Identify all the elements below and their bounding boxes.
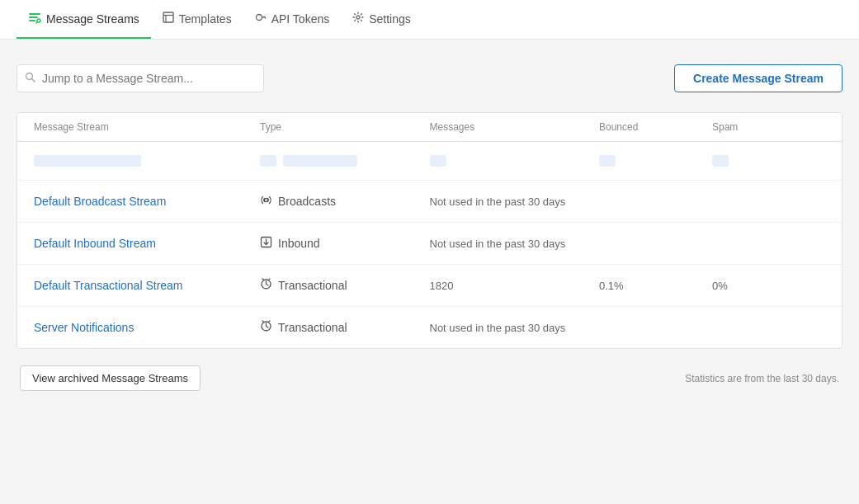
col-header-spam: Spam — [712, 121, 825, 133]
svg-point-4 — [256, 15, 262, 21]
nav-item-api-tokens-label: API Tokens — [271, 12, 330, 26]
blurred-type — [260, 155, 430, 167]
main-content: Create Message Stream Message Stream Typ… — [0, 40, 859, 504]
server-notifications-messages: Not used in the past 30 days — [430, 322, 826, 334]
blurred-bounced — [599, 155, 712, 167]
templates-icon — [163, 12, 174, 26]
view-archived-button[interactable]: View archived Message Streams — [20, 365, 201, 391]
svg-rect-1 — [163, 12, 173, 22]
transactional-messages: 1820 — [430, 280, 600, 292]
col-header-stream: Message Stream — [34, 121, 260, 133]
type-cell-server-notifications: Transactional — [260, 320, 430, 335]
type-label-transactional: Transactional — [278, 279, 347, 292]
stream-link-broadcast[interactable]: Default Broadcast Stream — [34, 195, 166, 208]
type-label-server-notifications: Transactional — [278, 321, 347, 334]
type-cell-inbound: Inbound — [260, 236, 430, 251]
svg-point-11 — [265, 199, 268, 202]
transactional-bounced: 0.1% — [599, 280, 712, 292]
type-label-broadcast: Broadcasts — [278, 195, 336, 208]
inbound-icon — [260, 236, 272, 251]
nav-bar: Message Streams Templates API Tokens — [0, 0, 859, 40]
transactional-spam: 0% — [712, 280, 825, 292]
create-message-stream-button[interactable]: Create Message Stream — [674, 64, 842, 92]
table-row-default-broadcast: Default Broadcast Stream Broadcasts Not … — [17, 181, 842, 223]
stream-link-server-notifications[interactable]: Server Notifications — [34, 321, 134, 334]
settings-icon — [352, 12, 364, 26]
table-row-default-inbound: Default Inbound Stream Inbound Not used … — [17, 223, 842, 265]
transactional-icon — [260, 278, 272, 293]
stream-link-inbound[interactable]: Default Inbound Stream — [34, 237, 156, 250]
svg-point-8 — [356, 16, 360, 19]
top-bar: Create Message Stream — [17, 64, 842, 92]
search-icon — [25, 72, 35, 85]
table-row-blurred — [17, 142, 842, 181]
stats-note: Statistics are from the last 30 days. — [685, 373, 839, 384]
broadcast-messages: Not used in the past 30 days — [430, 195, 826, 208]
table-header: Message Stream Type Messages Bounced Spa… — [17, 113, 842, 142]
col-header-messages: Messages — [430, 121, 600, 133]
search-input[interactable] — [17, 64, 264, 92]
type-cell-transactional: Transactional — [260, 278, 430, 293]
type-cell-broadcast: Broadcasts — [260, 194, 430, 209]
search-wrapper — [17, 64, 264, 92]
server-notifications-icon — [260, 320, 272, 335]
type-label-inbound: Inbound — [278, 237, 320, 250]
col-header-type: Type — [260, 121, 430, 133]
col-header-bounced: Bounced — [599, 121, 712, 133]
stream-name-inbound: Default Inbound Stream — [34, 237, 260, 250]
nav-item-api-tokens[interactable]: API Tokens — [243, 0, 342, 39]
broadcast-icon — [260, 194, 272, 209]
stream-name-transactional: Default Transactional Stream — [34, 279, 260, 292]
inbound-messages: Not used in the past 30 days — [430, 238, 826, 250]
stream-name-broadcast: Default Broadcast Stream — [34, 195, 260, 208]
blurred-spam — [712, 155, 825, 167]
stream-link-transactional[interactable]: Default Transactional Stream — [34, 279, 183, 292]
table-row-server-notifications: Server Notifications Transactional Not u… — [17, 307, 842, 348]
nav-item-settings-label: Settings — [369, 12, 411, 26]
blurred-stream-name — [34, 155, 260, 167]
api-tokens-icon — [255, 12, 267, 26]
nav-item-templates-label: Templates — [179, 12, 232, 26]
footer: View archived Message Streams Statistics… — [17, 365, 842, 391]
svg-line-10 — [32, 79, 35, 82]
nav-item-message-streams[interactable]: Message Streams — [17, 0, 151, 39]
nav-item-message-streams-label: Message Streams — [46, 12, 139, 26]
stream-name-server-notifications: Server Notifications — [34, 321, 260, 334]
message-streams-icon — [28, 11, 41, 26]
message-streams-table: Message Stream Type Messages Bounced Spa… — [17, 112, 842, 349]
nav-item-settings[interactable]: Settings — [341, 0, 422, 39]
blurred-messages — [430, 155, 600, 167]
nav-item-templates[interactable]: Templates — [151, 0, 243, 39]
table-row-default-transactional: Default Transactional Stream Transaction… — [17, 265, 842, 307]
